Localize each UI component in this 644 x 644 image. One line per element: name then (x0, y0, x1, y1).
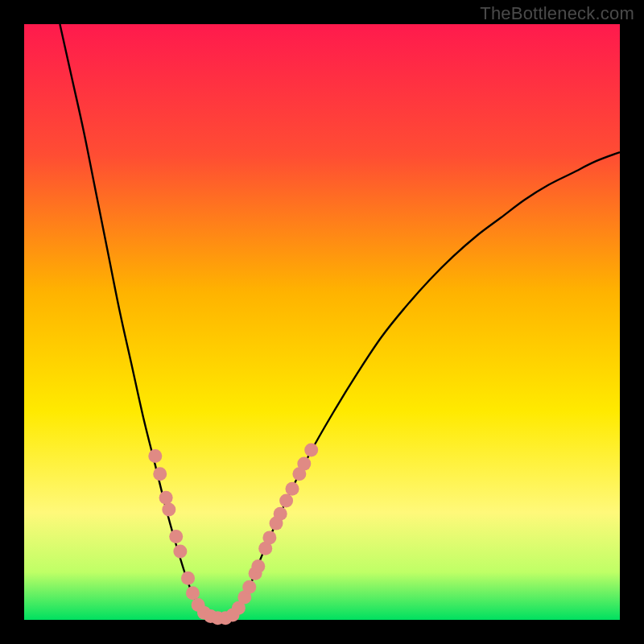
highlight-dot (304, 444, 318, 457)
highlight-dot (297, 457, 311, 471)
plot-background (24, 24, 620, 620)
highlight-dot (262, 530, 276, 544)
highlight-dot (181, 572, 195, 585)
highlight-dot (148, 449, 162, 463)
highlight-dot (279, 494, 293, 508)
highlight-dot (274, 507, 287, 521)
highlight-dot (173, 544, 187, 558)
chart-stage: TheBottleneck.com (0, 0, 644, 644)
highlight-dot (242, 580, 256, 594)
highlight-dot (162, 503, 175, 517)
highlight-dot (251, 559, 265, 573)
highlight-dot (186, 586, 200, 600)
bottleneck-chart (0, 0, 644, 644)
highlight-dot (286, 482, 299, 496)
highlight-dot (153, 467, 167, 481)
watermark-text: TheBottleneck.com (480, 3, 634, 24)
highlight-dot (169, 530, 183, 543)
highlight-dot (159, 491, 173, 505)
